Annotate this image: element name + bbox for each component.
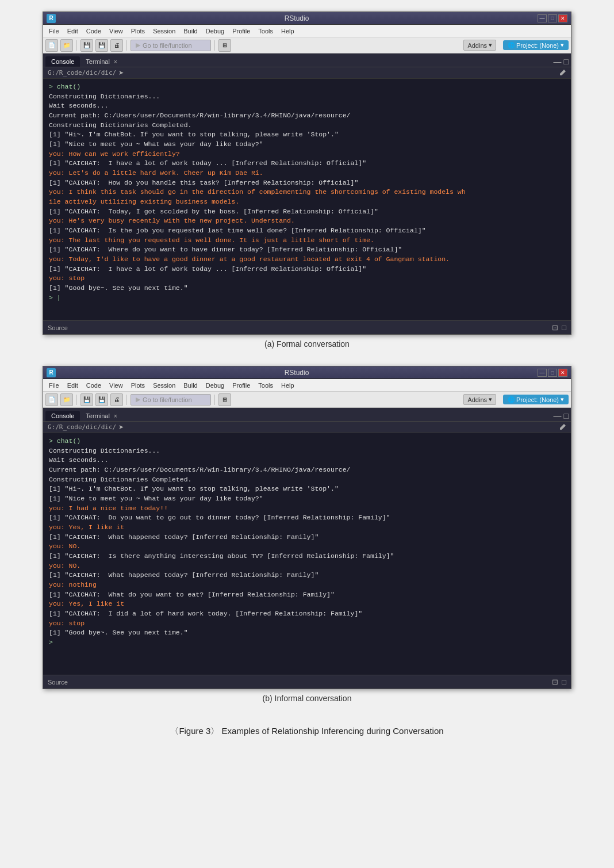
addins-btn-b[interactable]: Addins ▾ <box>463 394 496 405</box>
menu-view-b[interactable]: View <box>106 381 126 390</box>
minimize-btn-b[interactable]: — <box>538 369 547 377</box>
toolbar-saveall-a[interactable]: 💾 <box>95 39 108 52</box>
menu-code-a[interactable]: Code <box>83 26 105 36</box>
toolbar-save-b[interactable]: 💾 <box>80 393 93 406</box>
console-line-b-7: you: I had a nice time today!! <box>49 504 565 514</box>
menu-profile-a[interactable]: Profile <box>229 26 254 36</box>
menu-tools-a[interactable]: Tools <box>255 26 277 36</box>
status-icons-b: ⊡ □ <box>552 678 566 686</box>
project-icon-a: 🌐 <box>508 42 515 48</box>
console-line-b-12: [1] "CAICHAT: Is there anything interest… <box>49 552 565 561</box>
toolbar-open-a[interactable]: 📁 <box>60 39 73 52</box>
close-btn-b[interactable]: ✕ <box>558 369 567 377</box>
toolbar-new-b[interactable]: 📄 <box>45 393 58 406</box>
goto-text-a: Go to file/function <box>143 42 192 49</box>
panel-tabs-b: Console Terminal × — □ <box>43 408 571 422</box>
console-content-b[interactable]: > chat() Constructing Dictionaries... Wa… <box>43 433 571 675</box>
console-line-a-18: [1] "CAICHAT: I have a lot of work today… <box>49 265 565 274</box>
console-line-a-14: [1] "CAICHAT: Is the job you requested l… <box>49 226 565 236</box>
menu-session-b[interactable]: Session <box>149 381 179 390</box>
menu-file-a[interactable]: File <box>45 26 63 36</box>
menu-session-a[interactable]: Session <box>149 26 179 36</box>
toolbar-new-a[interactable]: 📄 <box>45 39 58 52</box>
panel-collapse-b[interactable]: — <box>554 412 562 420</box>
path-arrow-a[interactable]: ➤ <box>118 69 124 77</box>
panel-controls-b: — □ <box>554 412 569 421</box>
menu-build-b[interactable]: Build <box>180 381 201 390</box>
toolbar-print-b[interactable]: 🖨 <box>110 393 123 406</box>
path-edit-a[interactable] <box>559 68 566 78</box>
console-line-b-16: [1] "CAICHAT: What do you want to eat? [… <box>49 590 565 600</box>
tab-terminal-close-b[interactable]: × <box>114 413 117 419</box>
toolbar-open-b[interactable]: 📁 <box>60 393 73 406</box>
console-line-a-6: [1] "Nice to meet you ~ What was your da… <box>49 140 565 150</box>
status-icon2-b[interactable]: □ <box>562 678 566 686</box>
console-line-b-15: you: nothing <box>49 580 565 590</box>
console-line-a-15: you: The last thing you requested is wel… <box>49 236 565 246</box>
subfigure-b: R RStudio — □ ✕ File Edit Code View Plot… <box>43 366 571 703</box>
menu-debug-b[interactable]: Debug <box>202 381 228 390</box>
toolbar-print-a[interactable]: 🖨 <box>110 39 123 52</box>
goto-input-b[interactable]: ▶ Go to file/function <box>131 394 211 406</box>
console-line-a-17: you: Today, I'd like to have a good dinn… <box>49 255 565 265</box>
status-text-a: Source <box>48 324 68 331</box>
maximize-btn-b[interactable]: □ <box>548 369 557 377</box>
tab-terminal-a[interactable]: Terminal × <box>80 56 122 67</box>
menu-file-b[interactable]: File <box>45 381 63 390</box>
menu-debug-a[interactable]: Debug <box>202 26 228 36</box>
tab-console-b[interactable]: Console <box>45 411 80 421</box>
menu-tools-b[interactable]: Tools <box>255 381 277 390</box>
console-content-a[interactable]: > chat() Constructing Dictionaries... Wa… <box>43 79 571 320</box>
tab-terminal-close-a[interactable]: × <box>114 59 117 65</box>
title-controls-a: — □ ✕ <box>538 14 567 22</box>
console-line-a-1: Constructing Dictionaries... <box>49 92 565 102</box>
path-bar-a: G:/R_code/dic/dic/ ➤ <box>43 67 571 79</box>
addins-btn-a[interactable]: Addins ▾ <box>463 40 496 51</box>
toolbar-grid-b[interactable]: ⊞ <box>218 393 231 406</box>
close-btn-a[interactable]: ✕ <box>558 14 567 22</box>
status-icon1-b[interactable]: ⊡ <box>552 678 558 686</box>
menu-help-b[interactable]: Help <box>278 381 298 390</box>
menu-view-a[interactable]: View <box>106 26 126 36</box>
menu-profile-b[interactable]: Profile <box>229 381 254 390</box>
tab-terminal-b[interactable]: Terminal × <box>80 411 122 421</box>
console-line-a-21: > | <box>49 293 565 303</box>
toolbar-sep3-a <box>214 40 215 51</box>
toolbar-grid-a[interactable]: ⊞ <box>218 39 231 52</box>
path-edit-b[interactable] <box>559 422 566 433</box>
console-line-b-13: you: NO. <box>49 561 565 571</box>
path-arrow-b[interactable]: ➤ <box>118 423 124 431</box>
toolbar-save-a[interactable]: 💾 <box>80 39 93 52</box>
project-label-b: Project: (None) <box>516 396 559 403</box>
toolbar-saveall-b[interactable]: 💾 <box>95 393 108 406</box>
menu-edit-a[interactable]: Edit <box>64 26 82 36</box>
console-line-a-2: Wait seconds... <box>49 101 565 111</box>
console-line-b-14: [1] "CAICHAT: What happened today? [Infe… <box>49 571 565 580</box>
panel-collapse-a[interactable]: — <box>554 58 562 66</box>
console-line-b-3: Current path: C:/Users/user/Documents/R/… <box>49 465 565 475</box>
subfigure-label-a: (a) Formal conversation <box>264 339 350 349</box>
menu-code-b[interactable]: Code <box>83 381 105 390</box>
rstudio-icon-a: R <box>47 14 56 23</box>
project-btn-b[interactable]: 🌐 Project: (None) ▾ <box>503 395 569 404</box>
menu-edit-b[interactable]: Edit <box>64 381 82 390</box>
status-icon1-a[interactable]: ⊡ <box>552 323 558 332</box>
project-btn-a[interactable]: 🌐 Project: (None) ▾ <box>503 40 569 50</box>
tab-console-a[interactable]: Console <box>45 56 80 67</box>
menu-help-a[interactable]: Help <box>278 26 298 36</box>
panel-expand-b[interactable]: □ <box>564 412 569 420</box>
toolbar-sep1-a <box>76 40 77 51</box>
minimize-btn-a[interactable]: — <box>538 14 547 22</box>
panel-expand-a[interactable]: □ <box>564 58 569 66</box>
figure-container: R RStudio — □ ✕ File Edit Code View Plot… <box>11 12 603 737</box>
console-line-b-6: [1] "Nice to meet you ~ What was your da… <box>49 494 565 504</box>
goto-input-a[interactable]: ▶ Go to file/function <box>131 40 211 51</box>
figure-main-caption: 〈Figure 3〉 Examples of Relationship Infe… <box>170 726 443 737</box>
menu-build-a[interactable]: Build <box>180 26 201 36</box>
status-bar-b: Source ⊡ □ <box>43 675 571 689</box>
console-line-b-8: [1] "CAICHAT: Do you want to go out to d… <box>49 513 565 523</box>
status-icon2-a[interactable]: □ <box>562 323 566 332</box>
menu-plots-a[interactable]: Plots <box>128 26 148 36</box>
menu-plots-b[interactable]: Plots <box>128 381 148 390</box>
maximize-btn-a[interactable]: □ <box>548 14 557 22</box>
